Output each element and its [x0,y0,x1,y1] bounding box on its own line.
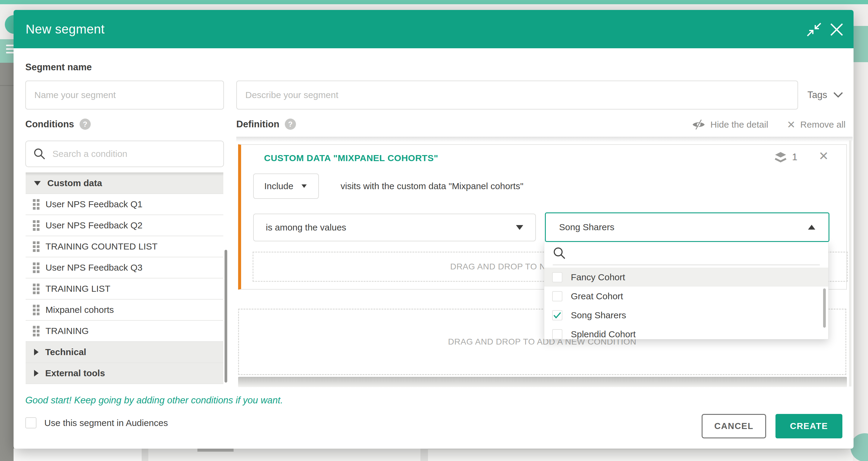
drag-handle-icon [33,220,39,231]
segment-description-input[interactable] [236,81,798,110]
option-label: Great Cohort [571,291,623,301]
checkbox-unchecked[interactable] [552,291,562,301]
condition-item[interactable]: Mixpanel cohorts [26,299,223,321]
condition-item-label: User NPS Feedback Q3 [45,262,143,273]
category-custom-data[interactable]: Custom data [26,173,223,194]
condition-item-label: TRAINING LIST [45,284,110,294]
condition-item-label: User NPS Feedback Q2 [45,220,143,231]
value-dropdown-panel: Fancy Cohort Great Cohort Song Sharers [544,241,829,339]
eye-slash-icon [692,119,706,130]
operator-dropdown[interactable]: is among the values [253,213,536,241]
background-panel [148,449,421,461]
caret-down-icon [302,184,307,188]
definition-label-text: Definition [236,119,279,130]
search-icon[interactable] [553,247,566,260]
chevron-down-icon [833,92,843,98]
background-nav-band-right [853,26,868,62]
option-fancy-cohort[interactable]: Fancy Cohort [544,268,828,287]
dropdown-divider [553,265,820,265]
check-icon [553,312,561,319]
option-song-sharers[interactable]: Song Sharers [544,306,828,325]
condition-item[interactable]: User NPS Feedback Q2 [26,215,223,236]
checkbox-unchecked[interactable] [552,272,562,282]
audiences-checkbox[interactable] [25,417,36,428]
value-select[interactable]: Song Sharers [545,212,830,242]
selected-value: Song Sharers [559,222,614,232]
audiences-row: Use this segment in Audiences [25,417,168,428]
collapse-icon[interactable] [806,23,822,36]
checkbox-checked[interactable] [552,310,562,320]
option-label: Splendid Cohort [571,329,636,339]
segment-name-label: Segment name [25,62,92,73]
definition-horizontal-scrollbar[interactable] [238,377,847,387]
condition-item-label: User NPS Feedback Q1 [45,199,143,209]
tags-dropdown[interactable]: Tags [807,81,843,110]
background-divider [142,449,148,461]
background-panel [13,449,142,461]
drag-handle-icon [33,305,39,315]
modal-header: New segment [13,10,854,48]
close-icon[interactable] [829,22,844,37]
audiences-label: Use this segment in Audiences [44,418,168,428]
help-icon[interactable]: ? [80,119,91,130]
tags-label: Tags [807,90,827,100]
tip-message: Good start! Keep going by adding other c… [25,395,283,406]
include-sentence: visits with the custom data "Mixpanel co… [341,173,524,199]
drag-handle-icon [33,326,39,337]
option-splendid-cohort[interactable]: Splendid Cohort [544,325,828,339]
drag-handle-icon [33,241,39,252]
definition-vertical-scroll-track[interactable] [849,140,851,386]
remove-all-x-icon: ✕ [787,119,796,130]
option-label: Song Sharers [571,310,626,320]
category-label: Technical [45,347,86,357]
new-segment-modal: New segment Segment name [13,10,854,449]
create-button[interactable]: CREATE [775,414,842,438]
condition-close-icon[interactable]: ✕ [818,149,829,163]
condition-search-input[interactable] [53,149,209,159]
segment-name-input[interactable] [25,81,224,110]
triangle-right-icon [34,349,38,355]
definition-actions: Hide the detail ✕ Remove all [692,119,845,131]
include-dropdown[interactable]: Include [253,173,319,199]
condition-item[interactable]: TRAINING COUNTED LIST [26,236,223,257]
definition-section-label: Definition ? [236,119,296,130]
condition-item[interactable]: TRAINING LIST [26,279,223,299]
background-scroll-tab [197,449,234,452]
modal-title: New segment [26,10,104,48]
category-external-tools[interactable]: External tools [26,363,223,384]
drag-handle-icon [33,262,39,273]
background-divider [421,449,428,461]
layer-count: 1 [792,151,798,163]
remove-all-button[interactable]: Remove all [800,119,845,130]
background-top-strip [0,0,868,4]
checkbox-unchecked[interactable] [552,329,562,339]
definition-scroll-shadow [236,137,852,142]
conditions-section-label: Conditions ? [25,119,91,130]
conditions-scrollbar[interactable] [224,250,227,382]
condition-item[interactable]: User NPS Feedback Q1 [26,194,223,215]
include-label: Include [264,181,293,191]
condition-item-label: TRAINING [45,326,89,336]
conditions-list: Custom data User NPS Feedback Q1 User NP… [26,172,223,384]
help-icon[interactable]: ? [285,119,296,130]
conditions-label-text: Conditions [25,119,74,130]
condition-item-label: TRAINING COUNTED LIST [45,241,158,252]
layers-icon [774,151,787,164]
background-panel [428,449,853,461]
option-label: Fancy Cohort [571,272,625,282]
condition-item[interactable]: TRAINING [26,321,223,342]
drag-handle-icon [33,199,39,210]
condition-search [25,141,224,167]
category-technical[interactable]: Technical [26,342,223,363]
drag-handle-icon [33,284,39,294]
hide-detail-button[interactable]: Hide the detail [710,119,768,130]
background-sidebar-divider [0,85,14,86]
caret-down-icon [516,225,523,230]
condition-item[interactable]: User NPS Feedback Q3 [26,257,223,279]
caret-up-icon [808,225,815,230]
dropdown-options: Fancy Cohort Great Cohort Song Sharers [544,268,828,339]
category-label: Custom data [47,178,102,188]
dropdown-scrollbar[interactable] [823,288,826,328]
option-great-cohort[interactable]: Great Cohort [544,287,828,306]
cancel-button[interactable]: CANCEL [702,414,766,438]
